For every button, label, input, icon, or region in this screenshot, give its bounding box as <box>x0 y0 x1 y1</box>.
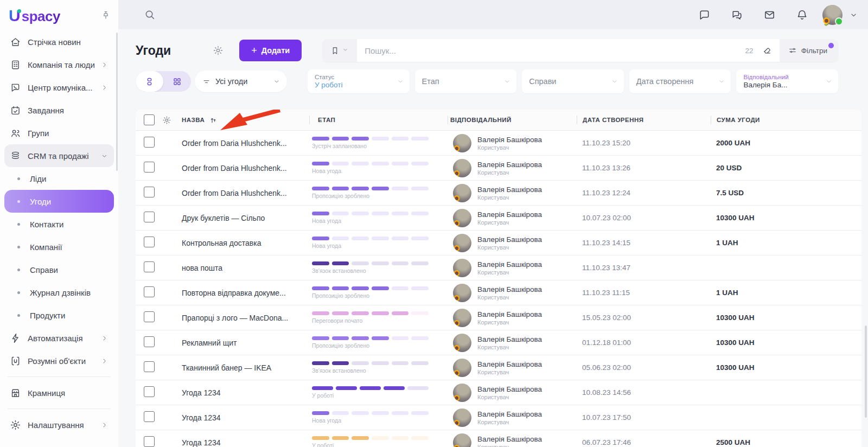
responsible-cell[interactable]: 🌻Валерія БашкіроваКористувач <box>448 334 577 352</box>
row-checkbox[interactable] <box>144 237 155 247</box>
page-settings-gear-icon[interactable] <box>213 45 224 56</box>
deal-name[interactable]: Рекламний щит <box>176 339 309 347</box>
table-row[interactable]: Контрольная доставкаНова угода🌻Валерія Б… <box>136 231 861 256</box>
sidebar-item-tasks[interactable]: Завдання <box>4 99 114 122</box>
table-row[interactable]: Рекламний щитПропозицію зроблено🌻Валерія… <box>136 330 861 355</box>
sidebar-item-automation[interactable]: Автоматизація <box>4 327 114 349</box>
deal-name[interactable]: Order from Daria Hlushchenk... <box>176 139 309 148</box>
responsible-cell[interactable]: 🌻Валерія БашкіроваКористувач <box>448 284 577 302</box>
row-checkbox[interactable] <box>144 137 155 148</box>
filters-button[interactable]: Фільтри <box>780 39 838 62</box>
sidebar-subitem[interactable]: Ліди <box>4 167 114 190</box>
table-row[interactable]: Угода 1234У роботі🌻Валерія БашкіроваКори… <box>136 380 861 405</box>
deal-name[interactable]: Контрольная доставка <box>176 239 309 247</box>
bell-icon[interactable] <box>796 9 808 21</box>
row-checkbox[interactable] <box>144 411 155 422</box>
sidebar-item-crm[interactable]: CRM та продажі <box>4 144 114 167</box>
deal-name[interactable]: Прапорці з лого — MacDona... <box>176 314 309 322</box>
table-row[interactable]: нова поштаЗв'язок встановлено🌻Валерія Ба… <box>136 256 861 280</box>
chats-icon[interactable] <box>731 9 743 21</box>
filter-chip[interactable]: Справи <box>522 69 624 93</box>
saved-searches-button[interactable] <box>322 39 357 62</box>
row-checkbox[interactable] <box>144 261 155 272</box>
sidebar-item-groups[interactable]: Групи <box>4 122 114 144</box>
global-search-icon[interactable] <box>144 9 156 21</box>
kanban-view-button[interactable] <box>163 71 191 92</box>
deal-name[interactable]: нова пошта <box>176 264 309 272</box>
sidebar-subitem[interactable]: Угоди <box>4 190 114 213</box>
column-header-created[interactable]: ДАТА СТВОРЕННЯ <box>577 116 711 124</box>
sidebar-item-home[interactable]: Стрічка новин <box>4 30 114 53</box>
sidebar-subitem[interactable]: Компанії <box>4 235 114 258</box>
row-checkbox[interactable] <box>144 311 155 322</box>
responsible-cell[interactable]: 🌻Валерія БашкіроваКористувач <box>448 309 577 327</box>
table-row[interactable]: Тканинний банер — IKEAЗв'язок встановлен… <box>136 355 861 380</box>
row-checkbox[interactable] <box>144 187 155 197</box>
sidebar-item-settings[interactable]: Налаштування <box>4 413 114 436</box>
row-checkbox[interactable] <box>144 436 155 447</box>
table-row[interactable]: Угода 1234У роботі🌻Валерія БашкіроваКори… <box>136 430 861 447</box>
sidebar-subitem[interactable]: Справи <box>4 258 114 281</box>
uspacy-logo[interactable]: Uspacy <box>9 8 60 25</box>
main-scrollbar[interactable] <box>865 325 867 418</box>
responsible-cell[interactable]: 🌻Валерія БашкіроваКористувач <box>448 359 577 377</box>
row-checkbox[interactable] <box>144 361 155 372</box>
table-settings-gear-icon[interactable] <box>162 116 171 125</box>
column-header-stage[interactable]: ЕТАП <box>309 116 448 124</box>
sort-ascending-icon[interactable] <box>209 116 218 125</box>
column-header-name[interactable]: НАЗВА <box>182 117 205 123</box>
filter-chip[interactable]: Дата створення <box>629 69 731 93</box>
deal-name[interactable]: Друк буклетів — Сільпо <box>176 214 309 222</box>
user-avatar[interactable]: 🌻 <box>822 5 843 25</box>
pin-sidebar-icon[interactable] <box>101 10 111 22</box>
list-view-button[interactable] <box>136 71 163 92</box>
filter-chip[interactable]: ВідповідальнийВалерія Ба... <box>736 69 838 93</box>
clear-search-eraser-icon[interactable] <box>760 43 774 58</box>
filter-chip[interactable]: Етап <box>415 69 517 93</box>
row-checkbox[interactable] <box>144 286 155 297</box>
sidebar-scrollbar[interactable] <box>116 33 118 171</box>
responsible-cell[interactable]: 🌻Валерія БашкіроваКористувач <box>448 159 577 177</box>
select-all-checkbox[interactable] <box>144 114 155 125</box>
sidebar-item-store[interactable]: Крамниця <box>4 381 114 404</box>
sidebar-item-smart-objects[interactable]: Розумні об'єкти <box>4 349 114 372</box>
profile-chevron-down-icon[interactable] <box>849 10 858 20</box>
column-header-responsible[interactable]: ВІДПОВІДАЛЬНИЙ <box>448 116 577 124</box>
column-header-amount[interactable]: СУМА УГОДИ <box>711 116 861 124</box>
table-row[interactable]: Повторна відправка докуме...Пропозицію з… <box>136 280 861 305</box>
responsible-cell[interactable]: 🌻Валерія БашкіроваКористувач <box>448 408 577 427</box>
table-row[interactable]: Прапорці з лого — MacDona...Переговори п… <box>136 305 861 330</box>
table-row[interactable]: Order from Daria Hlushchenk...Зустріч за… <box>136 131 861 156</box>
row-checkbox[interactable] <box>144 212 155 222</box>
table-row[interactable]: Угода 1234Нова угода🌻Валерія БашкіроваКо… <box>136 405 861 430</box>
sidebar-item-comms[interactable]: Центр комуніка... <box>4 76 114 99</box>
row-checkbox[interactable] <box>144 162 155 173</box>
deal-name[interactable]: Угода 1234 <box>176 438 309 447</box>
comment-icon[interactable] <box>698 9 711 21</box>
mail-icon[interactable] <box>763 9 776 21</box>
row-checkbox[interactable] <box>144 386 155 397</box>
responsible-cell[interactable]: 🌻Валерія БашкіроваКористувач <box>448 209 577 227</box>
deal-name[interactable]: Угода 1234 <box>176 413 309 422</box>
responsible-cell[interactable]: 🌻Валерія БашкіроваКористувач <box>448 234 577 252</box>
responsible-cell[interactable]: 🌻Валерія БашкіроваКористувач <box>448 134 577 152</box>
deals-scope-select[interactable]: Усі угоди <box>195 71 287 92</box>
deal-name[interactable]: Повторна відправка докуме... <box>176 289 309 297</box>
responsible-cell[interactable]: 🌻Валерія БашкіроваКористувач <box>448 384 577 402</box>
sidebar-subitem[interactable]: Продукти <box>4 304 114 327</box>
add-deal-button[interactable]: + Додати <box>239 40 302 61</box>
sidebar-subitem[interactable]: Контакти <box>4 213 114 235</box>
deal-name[interactable]: Order from Daria Hlushchenk... <box>176 164 309 173</box>
table-row[interactable]: Друк буклетів — СільпоНова угода🌻Валерія… <box>136 206 861 231</box>
responsible-cell[interactable]: 🌻Валерія БашкіроваКористувач <box>448 433 577 447</box>
responsible-cell[interactable]: 🌻Валерія БашкіроваКористувач <box>448 184 577 202</box>
deal-name[interactable]: Угода 1234 <box>176 388 309 397</box>
table-row[interactable]: Order from Daria Hlushchenk...Пропозицію… <box>136 181 861 206</box>
deal-name[interactable]: Order from Daria Hlushchenk... <box>176 189 309 197</box>
sidebar-subitem[interactable]: Журнал дзвінків <box>4 281 114 304</box>
responsible-cell[interactable]: 🌻Валерія БашкіроваКористувач <box>448 259 577 277</box>
filter-chip[interactable]: СтатусУ роботі <box>308 69 410 93</box>
deal-name[interactable]: Тканинний банер — IKEA <box>176 363 309 372</box>
sidebar-item-company[interactable]: Компанія та люди <box>4 53 114 76</box>
row-checkbox[interactable] <box>144 336 155 347</box>
